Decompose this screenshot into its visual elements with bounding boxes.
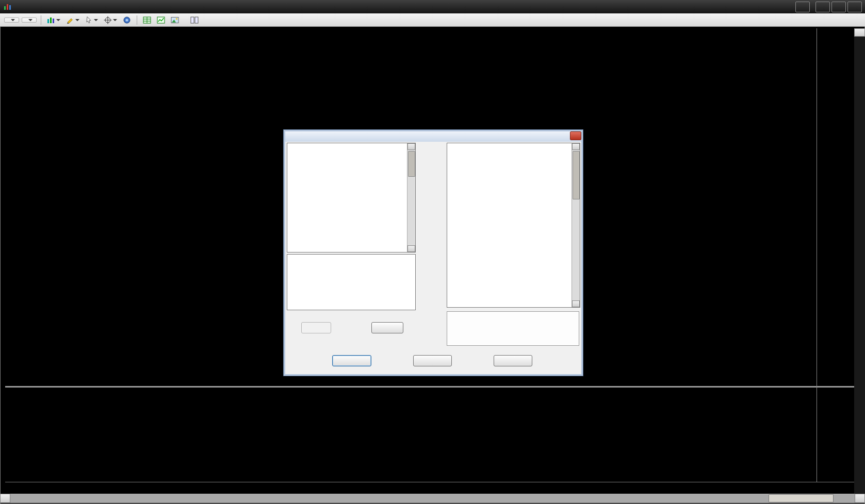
panel-layout-button[interactable]	[189, 14, 200, 26]
ninjatrader-window	[0, 0, 865, 504]
toolbar-separator	[137, 15, 137, 25]
indicators-dialog	[283, 129, 583, 376]
indicator-grid-icon	[143, 16, 151, 24]
selected-indicators-list[interactable]	[287, 254, 416, 310]
scroll-right-icon[interactable]	[855, 494, 865, 503]
apply-button[interactable]	[413, 355, 452, 366]
ok-button[interactable]	[332, 355, 371, 366]
chevron-down-icon	[94, 19, 98, 21]
chart-style-button[interactable]	[45, 14, 62, 26]
link-button[interactable]	[795, 2, 810, 12]
plot-axis-divider	[817, 28, 817, 482]
app-icon	[4, 3, 12, 11]
chart-toolbar	[0, 13, 865, 27]
grid-scrollbar[interactable]	[572, 143, 580, 307]
close-window-button[interactable]	[847, 2, 862, 12]
cursor-tool-button[interactable]	[84, 14, 100, 26]
layout-columns-icon	[190, 16, 199, 24]
camera-icon	[123, 16, 131, 24]
indicator-property-grid[interactable]	[447, 143, 580, 308]
scroll-down-icon[interactable]	[572, 300, 580, 307]
crosshair-icon	[104, 16, 112, 24]
chevron-down-icon	[75, 19, 79, 21]
scroll-down-icon[interactable]	[407, 245, 415, 252]
save-image-button[interactable]	[169, 14, 181, 26]
dialog-close-icon[interactable]	[570, 131, 581, 140]
line-chart-icon	[157, 16, 165, 24]
remove-button[interactable]	[371, 322, 403, 333]
scrollbar-thumb[interactable]	[769, 494, 834, 502]
available-indicators-list[interactable]	[287, 143, 416, 253]
list-scrollbar[interactable]	[407, 143, 415, 252]
panel-splitter[interactable]	[5, 386, 854, 388]
window-titlebar[interactable]	[0, 0, 865, 14]
vertical-scrollbar[interactable]	[854, 28, 865, 494]
scrollbar-thumb[interactable]	[408, 151, 415, 177]
scroll-left-icon[interactable]	[0, 494, 10, 503]
restore-button[interactable]	[831, 2, 846, 12]
chevron-down-icon	[113, 19, 117, 21]
drawing-tools-button[interactable]	[64, 14, 81, 26]
dialog-titlebar[interactable]	[285, 131, 581, 142]
pencil-icon	[66, 16, 74, 24]
bold-text-button[interactable]	[183, 14, 186, 26]
instrument-dropdown[interactable]	[4, 18, 19, 23]
chart-region-button[interactable]	[155, 14, 167, 26]
property-description-panel	[447, 311, 579, 346]
new-button[interactable]	[301, 322, 331, 333]
crosshair-tool-button[interactable]	[102, 14, 119, 26]
oscillator-chart[interactable]	[5, 388, 817, 482]
pointer-icon	[85, 16, 93, 24]
image-icon	[171, 16, 179, 24]
horizontal-scrollbar[interactable]	[0, 494, 865, 503]
scrollbar-thumb[interactable]	[573, 151, 580, 199]
time-axis[interactable]	[5, 482, 854, 494]
scroll-up-icon[interactable]	[854, 28, 865, 37]
chevron-down-icon	[11, 19, 15, 21]
scroll-up-icon[interactable]	[572, 143, 580, 150]
indicators-button[interactable]	[141, 14, 153, 26]
toolbar-separator	[41, 15, 41, 25]
chart-style-icon	[47, 16, 55, 24]
interval-dropdown[interactable]	[22, 18, 37, 23]
close-button[interactable]	[494, 355, 532, 366]
chevron-down-icon	[28, 19, 32, 21]
chevron-down-icon	[56, 19, 60, 21]
snapshot-button[interactable]	[121, 14, 133, 26]
price-axis[interactable]	[817, 28, 854, 482]
minimize-button[interactable]	[815, 2, 830, 12]
scroll-up-icon[interactable]	[407, 143, 415, 150]
